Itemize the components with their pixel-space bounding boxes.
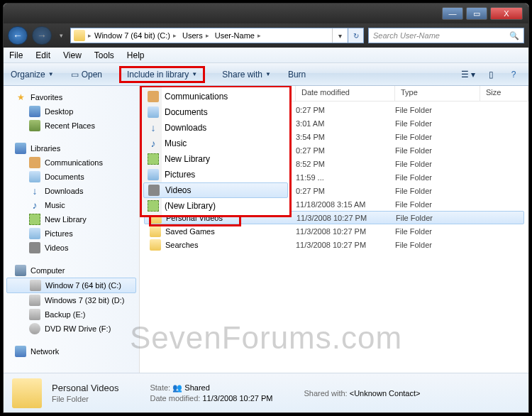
open-button[interactable]: ▭Open — [71, 70, 102, 80]
libraries-group[interactable]: Libraries — [4, 141, 139, 155]
menu-item-documents[interactable]: Documents — [142, 104, 289, 120]
folder-large-icon — [12, 378, 42, 408]
menu-item-new-library[interactable]: New Library — [142, 151, 289, 167]
titlebar: — ▭ X — [4, 4, 528, 23]
new-library-icon — [29, 214, 40, 225]
star-icon: ★ — [15, 92, 26, 103]
menu-bar: File Edit View Tools Help — [4, 48, 528, 63]
tree-item[interactable]: New Library — [4, 212, 139, 226]
tree-item[interactable]: Videos — [4, 241, 139, 255]
tree-item-drive-e[interactable]: Backup (E:) — [4, 307, 139, 322]
file-date: 3:54 PM — [296, 133, 395, 141]
refresh-button[interactable]: ↻ — [348, 28, 363, 43]
communications-icon — [29, 157, 40, 168]
tree-item-drive-f[interactable]: DVD RW Drive (F:) — [4, 322, 139, 336]
computer-group[interactable]: ▾Computer — [4, 263, 139, 278]
breadcrumb[interactable]: Window 7 (64 bit) (C:)▸ — [92, 28, 179, 43]
shared-icon: 👥 — [172, 383, 182, 392]
forward-button[interactable]: → — [32, 26, 52, 45]
file-date: 8:52 PM — [296, 160, 395, 168]
file-date: 11/3/2008 10:27 PM — [296, 227, 395, 236]
tree-item-drive-c[interactable]: Window 7 (64 bit) (C:) — [6, 278, 136, 293]
details-subtitle: File Folder — [52, 395, 118, 403]
folder-icon — [74, 30, 85, 41]
file-type: File Folder — [396, 214, 481, 222]
details-pane: Personal Videos File Folder State: 👥 Sha… — [4, 373, 528, 412]
file-type: File Folder — [395, 227, 480, 236]
file-type: File Folder — [395, 160, 480, 168]
pictures-icon — [29, 228, 40, 239]
file-type: File Folder — [395, 119, 480, 128]
file-date: 11:59 ... — [296, 173, 395, 182]
burn-button[interactable]: Burn — [288, 70, 306, 80]
column-date[interactable]: Date modified — [296, 86, 395, 101]
dvd-icon — [29, 323, 40, 334]
library-icon — [15, 143, 26, 154]
menu-item-pictures[interactable]: Pictures — [142, 167, 289, 182]
content-area: ★Favorites Desktop Recent Places Librari… — [4, 86, 528, 373]
new-library-icon — [148, 153, 159, 165]
documents-icon — [29, 171, 40, 182]
menu-tools[interactable]: Tools — [94, 50, 114, 60]
view-options-button[interactable]: ☰ ▾ — [460, 67, 476, 82]
menu-item-communications[interactable]: Communications — [142, 89, 289, 104]
tree-item-drive-d[interactable]: Windows 7 (32 bit) (D:) — [4, 293, 139, 307]
file-date: 3:01 AM — [296, 119, 395, 128]
tree-item[interactable]: Pictures — [4, 226, 139, 241]
file-row[interactable]: Searches11/3/2008 10:27 PMFile Folder — [140, 238, 528, 251]
tree-item-recent[interactable]: Recent Places — [4, 119, 139, 133]
preview-pane-button[interactable]: ▯ — [483, 67, 499, 82]
address-bar[interactable]: ▸ Window 7 (64 bit) (C:)▸ Users▸ User-Na… — [70, 28, 364, 43]
menu-edit[interactable]: Edit — [35, 50, 50, 60]
organize-button[interactable]: Organize▼ — [11, 70, 54, 80]
file-name: Searches — [165, 241, 198, 249]
tree-item[interactable]: ↓Downloads — [4, 184, 139, 198]
network-group[interactable]: Network — [4, 344, 139, 358]
file-row[interactable]: Saved Games11/3/2008 10:27 PMFile Folder — [140, 224, 528, 238]
file-date: 0:27 PM — [296, 187, 395, 195]
breadcrumb[interactable]: Users▸ — [179, 28, 212, 43]
tree-item[interactable]: Communications — [4, 155, 139, 170]
tree-item[interactable]: ♪Music — [4, 198, 139, 212]
navigation-bar: ← → ▾ ▸ Window 7 (64 bit) (C:)▸ Users▸ U… — [4, 23, 528, 48]
recent-pages-button[interactable]: ▾ — [56, 28, 66, 43]
column-type[interactable]: Type — [395, 86, 480, 101]
include-in-library-button[interactable]: Include in library▼ — [119, 66, 205, 83]
menu-item-downloads[interactable]: ↓Downloads — [142, 120, 289, 136]
help-button[interactable]: ? — [506, 67, 521, 82]
share-with-button[interactable]: Share with▼ — [222, 70, 271, 80]
menu-help[interactable]: Help — [127, 50, 145, 60]
maximize-button[interactable]: ▭ — [466, 7, 487, 20]
menu-item-music[interactable]: ♪Music — [142, 136, 289, 151]
address-dropdown-button[interactable]: ▾ — [332, 28, 348, 43]
minimize-button[interactable]: — — [442, 7, 463, 20]
modified-label: Date modified: — [150, 394, 200, 403]
downloads-icon: ↓ — [29, 185, 40, 197]
file-type: File Folder — [395, 200, 480, 209]
tree-item-desktop[interactable]: Desktop — [4, 104, 139, 119]
drive-icon — [30, 280, 41, 291]
search-input[interactable]: Search User-Name 🔍 — [368, 28, 524, 43]
explorer-window: — ▭ X ← → ▾ ▸ Window 7 (64 bit) (C:)▸ Us… — [3, 3, 529, 413]
file-type: File Folder — [395, 106, 480, 114]
communications-icon — [148, 91, 159, 102]
state-value: Shared — [184, 383, 209, 392]
menu-item-videos[interactable]: Videos — [143, 182, 288, 198]
pictures-icon — [148, 169, 159, 180]
back-button[interactable]: ← — [8, 26, 28, 45]
music-icon: ♪ — [148, 138, 159, 149]
file-name: Saved Games — [165, 227, 215, 236]
documents-icon — [148, 106, 159, 118]
menu-item-create-new-library[interactable]: (New Library) — [142, 198, 289, 214]
file-date: 11/3/2008 10:27 PM — [296, 241, 395, 249]
breadcrumb[interactable]: User-Name▸ — [212, 28, 264, 43]
menu-file[interactable]: File — [9, 50, 23, 60]
close-button[interactable]: X — [490, 7, 523, 20]
favorites-group[interactable]: ★Favorites — [4, 90, 139, 104]
menu-view[interactable]: View — [63, 50, 82, 60]
column-size[interactable]: Size — [480, 86, 528, 101]
file-list-pane: Name Date modified Type Size Communicati… — [140, 86, 528, 373]
file-date: 11/3/2008 10:27 PM — [297, 214, 396, 222]
folder-icon — [150, 226, 161, 237]
tree-item[interactable]: Documents — [4, 170, 139, 184]
